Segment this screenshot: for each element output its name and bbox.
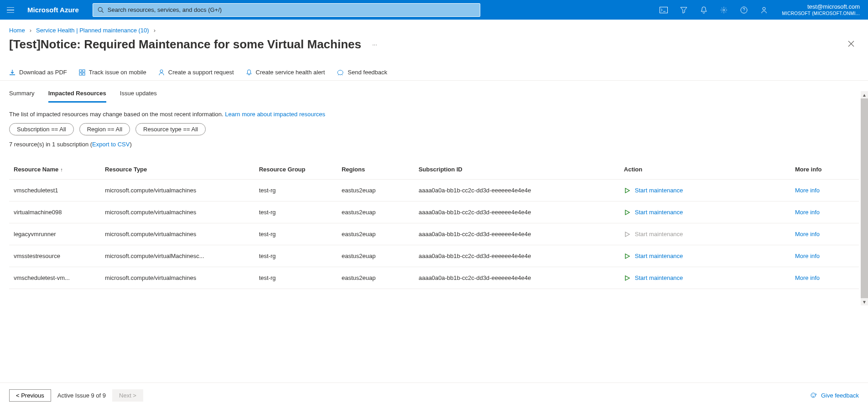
- directory-filter-icon[interactable]: [674, 0, 694, 20]
- cell-type: microsoft.compute/virtualmachines: [100, 180, 255, 201]
- col-resource-type[interactable]: Resource Type: [100, 160, 255, 180]
- start-maintenance-button[interactable]: Start maintenance: [624, 253, 786, 259]
- user-info[interactable]: test@microsoft.com MICROSOFT (MICROSOFT.…: [774, 3, 868, 17]
- cell-sub: aaaa0a0a-bb1b-cc2c-dd3d-eeeeee4e4e4e: [414, 201, 619, 223]
- hamburger-icon[interactable]: [0, 0, 21, 20]
- cell-name: vmscheduletest1: [9, 180, 100, 201]
- cell-type: microsoft.compute/virtualmachines: [100, 267, 255, 289]
- svg-rect-8: [83, 73, 85, 75]
- col-subscription[interactable]: Subscription ID: [414, 160, 619, 180]
- cell-region: eastus2euap: [337, 223, 414, 245]
- create-alert-label: Create service health alert: [256, 69, 325, 76]
- pagination-bar: < Previous Active Issue 9 of 9 Next > Gi…: [0, 382, 868, 408]
- scroll-up-icon[interactable]: ▲: [861, 91, 868, 98]
- give-feedback-button[interactable]: Give feedback: [810, 392, 859, 399]
- play-icon: [624, 253, 630, 259]
- help-icon[interactable]: [734, 0, 754, 20]
- feedback-icon[interactable]: [754, 0, 774, 20]
- cell-region: eastus2euap: [337, 180, 414, 201]
- send-feedback-button[interactable]: Send feedback: [337, 69, 387, 76]
- svg-point-11: [812, 394, 812, 395]
- cell-sub: aaaa0a0a-bb1b-cc2c-dd3d-eeeeee4e4e4e: [414, 223, 619, 245]
- learn-more-link[interactable]: Learn more about impacted resources: [225, 111, 325, 118]
- col-resource-group[interactable]: Resource Group: [255, 160, 337, 180]
- col-action[interactable]: Action: [619, 160, 790, 180]
- svg-rect-7: [79, 73, 82, 75]
- title-row: [Test]Notice: Required Maintenance for s…: [0, 36, 868, 52]
- tab-issue-updates[interactable]: Issue updates: [120, 85, 157, 103]
- start-maintenance-label: Start maintenance: [635, 274, 683, 281]
- scroll-down-icon[interactable]: ▼: [861, 298, 868, 305]
- cloud-shell-icon[interactable]: [654, 0, 674, 20]
- table-row: virtualmachine098microsoft.compute/virtu…: [9, 201, 859, 223]
- cell-rg: test-rg: [255, 201, 337, 223]
- more-info-link[interactable]: More info: [795, 274, 820, 281]
- track-mobile-button[interactable]: Track issue on mobile: [79, 69, 146, 76]
- start-maintenance-button[interactable]: Start maintenance: [624, 274, 786, 281]
- cell-type: microsoft.compute/virtualmachines: [100, 223, 255, 245]
- col-regions[interactable]: Regions: [337, 160, 414, 180]
- tab-impacted-resources[interactable]: Impacted Resources: [48, 85, 106, 103]
- cell-type: microsoft.compute/virtualmachines: [100, 201, 255, 223]
- tenant-name: MICROSOFT (MICROSOFT.ONMI...: [782, 10, 860, 16]
- notifications-icon[interactable]: [694, 0, 714, 20]
- col-more-info[interactable]: More info: [790, 160, 859, 180]
- more-info-link[interactable]: More info: [795, 187, 820, 194]
- scrollbar[interactable]: ▲ ▼: [861, 91, 868, 305]
- search-box[interactable]: [93, 3, 480, 17]
- cell-type: microsoft.compute/virtualMachinesc...: [100, 245, 255, 267]
- start-maintenance-label: Start maintenance: [635, 253, 683, 259]
- next-button[interactable]: Next >: [112, 389, 143, 402]
- count-text: 7 resource(s) in 1 subscription (: [9, 141, 92, 148]
- table-row: vmsstestresourcemicrosoft.compute/virtua…: [9, 245, 859, 267]
- col-resource-name[interactable]: Resource Name↑: [9, 160, 100, 180]
- start-maintenance-button: Start maintenance: [624, 231, 786, 238]
- filter-region[interactable]: Region == All: [79, 123, 130, 135]
- play-icon: [624, 231, 630, 238]
- cell-region: eastus2euap: [337, 267, 414, 289]
- export-csv-link[interactable]: Export to CSV: [92, 141, 130, 148]
- search-icon: [98, 7, 104, 13]
- svg-point-4: [763, 7, 765, 10]
- create-alert-button[interactable]: Create service health alert: [246, 69, 325, 76]
- close-icon[interactable]: [848, 41, 854, 49]
- cell-rg: test-rg: [255, 245, 337, 267]
- tab-summary[interactable]: Summary: [9, 85, 35, 103]
- scroll-thumb[interactable]: [861, 98, 868, 298]
- play-icon: [624, 275, 630, 281]
- breadcrumb: Home › Service Health | Planned maintena…: [0, 20, 868, 36]
- description-row: The list of impacted resources may chang…: [0, 103, 868, 120]
- count-row: 7 resource(s) in 1 subscription (Export …: [0, 139, 868, 151]
- breadcrumb-section[interactable]: Service Health | Planned maintenance (10…: [36, 27, 149, 34]
- cell-sub: aaaa0a0a-bb1b-cc2c-dd3d-eeeeee4e4e4e: [414, 267, 619, 289]
- support-request-button[interactable]: Create a support request: [158, 69, 234, 76]
- previous-button[interactable]: < Previous: [9, 389, 51, 402]
- start-maintenance-button[interactable]: Start maintenance: [624, 187, 786, 194]
- more-info-link[interactable]: More info: [795, 253, 820, 259]
- top-header: Microsoft Azure test@microsoft.com MICRO…: [0, 0, 868, 20]
- feedback-face-icon: [810, 393, 817, 399]
- more-info-link[interactable]: More info: [795, 209, 820, 216]
- send-feedback-label: Send feedback: [348, 69, 387, 76]
- gear-icon[interactable]: [714, 0, 734, 20]
- more-menu-icon[interactable]: ···: [372, 41, 377, 48]
- product-name[interactable]: Microsoft Azure: [21, 6, 93, 14]
- resources-table: Resource Name↑ Resource Type Resource Gr…: [9, 160, 859, 289]
- play-icon: [624, 209, 630, 216]
- download-pdf-button[interactable]: Download as PDF: [9, 69, 67, 76]
- svg-point-9: [160, 70, 163, 72]
- cell-rg: test-rg: [255, 180, 337, 201]
- svg-rect-5: [79, 70, 82, 72]
- filter-resource-type[interactable]: Resource type == All: [135, 123, 206, 135]
- cell-sub: aaaa0a0a-bb1b-cc2c-dd3d-eeeeee4e4e4e: [414, 245, 619, 267]
- filter-subscription[interactable]: Subscription == All: [9, 123, 74, 135]
- more-info-link[interactable]: More info: [795, 231, 820, 238]
- filters: Subscription == All Region == All Resour…: [0, 120, 868, 139]
- search-input[interactable]: [104, 6, 475, 13]
- track-mobile-label: Track issue on mobile: [89, 69, 146, 76]
- start-maintenance-button[interactable]: Start maintenance: [624, 209, 786, 216]
- breadcrumb-home[interactable]: Home: [9, 27, 25, 34]
- svg-point-2: [722, 9, 724, 10]
- svg-rect-1: [660, 7, 667, 13]
- resources-table-wrap: Resource Name↑ Resource Type Resource Gr…: [0, 160, 868, 289]
